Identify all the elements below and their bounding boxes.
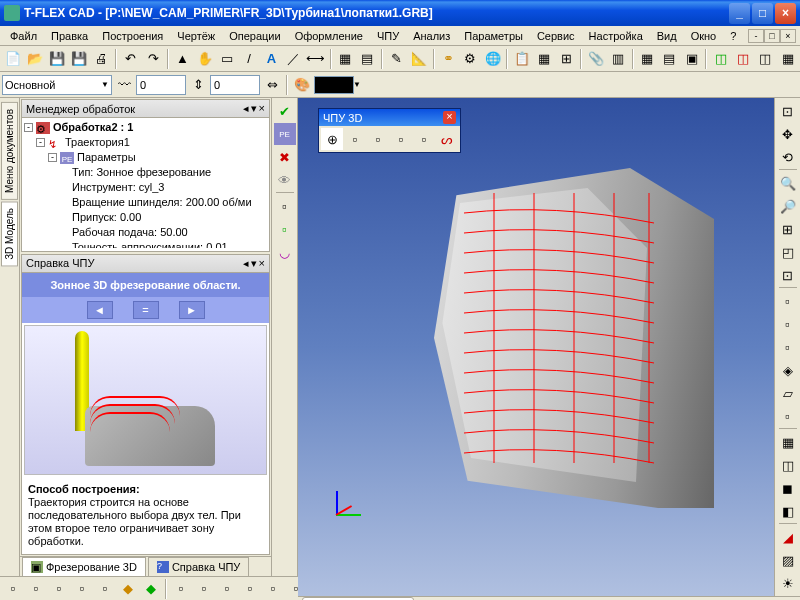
info-icon[interactable]: ▣ (681, 48, 702, 70)
sb-icon[interactable]: ▫ (71, 578, 93, 600)
menu-edit[interactable]: Правка (45, 28, 94, 44)
tab-milling3d[interactable]: ▣Фрезерование 3D (22, 557, 146, 576)
save-icon[interactable]: 💾 (47, 48, 68, 70)
spin-x[interactable]: 0 (136, 75, 186, 95)
select-icon[interactable]: ▫ (274, 195, 296, 217)
sb-icon[interactable]: ▫ (170, 578, 192, 600)
tree-item[interactable]: Точность аппроксимации: 0.01 (72, 240, 228, 248)
linetype-icon[interactable]: 〰 (113, 74, 135, 96)
light-icon[interactable]: ☀ (777, 572, 799, 594)
close-button[interactable]: × (775, 3, 796, 24)
menu-view[interactable]: Вид (651, 28, 683, 44)
tree-item[interactable]: Вращение шпинделя: 200.00 об/ми (72, 195, 252, 210)
lock-y-icon[interactable]: ⇔ (261, 74, 283, 96)
tree-item[interactable]: Припуск: 0.00 (72, 210, 141, 225)
color-picker[interactable] (314, 76, 354, 94)
lock-x-icon[interactable]: ⇕ (187, 74, 209, 96)
hidden-icon[interactable]: ◫ (777, 454, 799, 476)
dropper-icon[interactable]: / (239, 48, 260, 70)
menu-params[interactable]: Параметры (458, 28, 529, 44)
sb-icon[interactable]: ◆ (117, 578, 139, 600)
sheet-icon[interactable]: 📋 (511, 48, 532, 70)
cursor-icon[interactable]: ▲ (172, 48, 193, 70)
zoom-all-icon[interactable]: ⊡ (777, 264, 799, 286)
sb-icon[interactable]: ▫ (239, 578, 261, 600)
vtab-3dmodel[interactable]: 3D Модель (1, 201, 18, 266)
sb-icon[interactable]: ▫ (216, 578, 238, 600)
view-front-icon[interactable]: ▫ (777, 313, 799, 335)
zoom-win-icon[interactable]: ⊞ (777, 218, 799, 240)
help-prev-button[interactable]: ◄ (87, 301, 113, 319)
ft-surf-icon[interactable]: ▫ (390, 128, 412, 150)
ft-drill-icon[interactable]: ⊕ (321, 128, 343, 150)
wire-icon[interactable]: ◫ (733, 48, 754, 70)
menu-analysis[interactable]: Анализ (407, 28, 456, 44)
tree-item[interactable]: Инструмент: cyl_3 (72, 180, 164, 195)
mdi-minimize[interactable]: - (748, 29, 764, 43)
props-icon[interactable]: PE (274, 123, 296, 145)
menu-format[interactable]: Оформление (289, 28, 369, 44)
tree-params[interactable]: Параметры (77, 150, 136, 165)
spin-y[interactable]: 0 (210, 75, 260, 95)
panel-pin-icon[interactable]: ◂ (243, 257, 249, 270)
floating-toolbar-cnc3d[interactable]: ЧПУ 3D× ⊕ ▫ ▫ ▫ ▫ ᔕ (318, 108, 461, 153)
body-icon[interactable]: ▫ (274, 218, 296, 240)
ft-pocket-icon[interactable]: ▫ (367, 128, 389, 150)
doc-icon[interactable]: ▥ (607, 48, 628, 70)
layer-combo[interactable]: Основной▼ (2, 75, 112, 95)
view3d-icon[interactable]: ◫ (710, 48, 731, 70)
panel-close-icon[interactable]: × (259, 257, 265, 270)
view-right-icon[interactable]: ▫ (777, 336, 799, 358)
menu-service[interactable]: Сервис (531, 28, 581, 44)
shaded-icon[interactable]: ◼ (777, 477, 799, 499)
panel-close-icon[interactable]: × (259, 102, 265, 115)
help-next-button[interactable]: ► (179, 301, 205, 319)
var-icon[interactable]: ▤ (659, 48, 680, 70)
shaded-edge-icon[interactable]: ◧ (777, 500, 799, 522)
saveall-icon[interactable]: 💾 (69, 48, 90, 70)
view-std-icon[interactable]: ▫ (777, 405, 799, 427)
vtab-docs[interactable]: Меню документов (1, 102, 18, 200)
redo-icon[interactable]: ↷ (143, 48, 164, 70)
zoom-in-icon[interactable]: 🔍 (777, 172, 799, 194)
sb-icon[interactable]: ▫ (262, 578, 284, 600)
text-icon[interactable]: A (261, 48, 282, 70)
mdi-close[interactable]: × (780, 29, 796, 43)
line-icon[interactable]: ／ (283, 48, 304, 70)
view-persp-icon[interactable]: ▱ (777, 382, 799, 404)
clip-icon[interactable]: 📎 (585, 48, 606, 70)
zoom-sel-icon[interactable]: ◰ (777, 241, 799, 263)
tree-trajectory[interactable]: Траектория1 (65, 135, 130, 150)
cancel-icon[interactable]: ✖ (274, 146, 296, 168)
edit-icon[interactable]: ✎ (386, 48, 407, 70)
calc-icon[interactable]: ▦ (637, 48, 658, 70)
ft-sim-icon[interactable]: ᔕ (436, 128, 458, 150)
section-icon[interactable]: ◢ (777, 526, 799, 548)
menu-help[interactable]: ? (724, 28, 742, 44)
view-iso-icon[interactable]: ◈ (777, 359, 799, 381)
tab-cnchelp[interactable]: ?Справка ЧПУ (148, 557, 249, 576)
new-icon[interactable]: 📄 (2, 48, 23, 70)
menu-file[interactable]: Файл (4, 28, 43, 44)
shade-icon[interactable]: ◫ (755, 48, 776, 70)
pan-icon[interactable]: ✥ (777, 123, 799, 145)
panel-menu-icon[interactable]: ▾ (251, 102, 257, 115)
tree-item[interactable]: Рабочая подача: 50.00 (72, 225, 188, 240)
sb-icon[interactable]: ▫ (94, 578, 116, 600)
maximize-button[interactable]: □ (752, 3, 773, 24)
layer-icon[interactable]: ▦ (335, 48, 356, 70)
menu-operations[interactable]: Операции (223, 28, 286, 44)
3d-viewport[interactable]: ЧПУ 3D× ⊕ ▫ ▫ ▫ ▫ ᔕ (298, 98, 774, 596)
table-icon[interactable]: ▦ (534, 48, 555, 70)
globe-icon[interactable]: 🌐 (482, 48, 503, 70)
clip-icon[interactable]: ▨ (777, 549, 799, 571)
undo-icon[interactable]: ↶ (120, 48, 141, 70)
open-icon[interactable]: 📂 (24, 48, 45, 70)
help-eq-button[interactable]: = (133, 301, 159, 319)
minimize-button[interactable]: _ (729, 3, 750, 24)
tree-item[interactable]: Тип: Зонное фрезерование (72, 165, 211, 180)
ft-mill-icon[interactable]: ▫ (344, 128, 366, 150)
menu-construct[interactable]: Построения (96, 28, 169, 44)
sb-icon[interactable]: ▫ (25, 578, 47, 600)
menu-cnc[interactable]: ЧПУ (371, 28, 405, 44)
